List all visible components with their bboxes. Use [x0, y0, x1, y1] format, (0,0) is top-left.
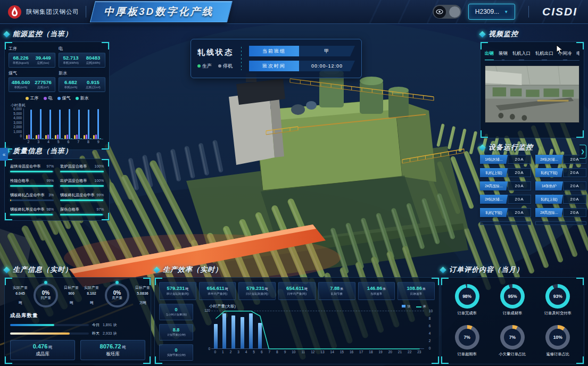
green-dot-icon: [197, 64, 201, 68]
y-axis-ticks: 6,0005,0004,0003,0002,0001,0000: [9, 107, 23, 138]
donut-kpi: 7% 小欠量订单占比: [499, 325, 526, 357]
metric-value: 97%: [46, 164, 54, 168]
chevron-down-icon: ▼: [504, 10, 508, 14]
metric-label: 装炉温度合格率: [60, 164, 87, 169]
donut-value: 7%: [459, 329, 476, 346]
device-name: 轧机(下辊): [535, 168, 563, 177]
camera-tab[interactable]: 轧机入口: [512, 51, 531, 57]
quality-metric: 装炉温度合格率 100%: [60, 164, 104, 172]
device-grid: 1#轧区辅... 20A 2#轧区辅... 20A 轧机(上辊) 20A 轧机(…: [480, 155, 586, 217]
donut-ring: 7%: [500, 325, 525, 350]
camera-tab[interactable]: 电加热: [577, 51, 580, 57]
quality-metric: 钢板终轧厚度命中率 98%: [10, 207, 54, 215]
device-cell[interactable]: 2#轧区辅... 20A: [480, 195, 531, 204]
x-axis-ticks: 01234567891011121314151617181920212223: [211, 350, 424, 354]
device-name: 2#轧区辅...: [535, 155, 563, 164]
progress-fill: [10, 185, 53, 187]
metric-label: 钢板终轧厚度命中率: [10, 207, 45, 212]
device-cell[interactable]: 轧机(下辊) 20A: [480, 208, 531, 217]
donut-value: 95%: [504, 288, 521, 305]
panel-expand-icon[interactable]: ❯: [579, 145, 586, 159]
progress-track: [10, 185, 54, 187]
camera-tab[interactable]: 装钢: [499, 51, 508, 57]
eye-icon: [434, 6, 446, 18]
diamond-icon: [3, 267, 10, 273]
metric-value: 277576: [32, 79, 54, 85]
metric-value: 99%: [46, 179, 54, 182]
chart-plot: 120 0 1086420: [211, 311, 424, 349]
energy-chart-plot: [23, 109, 103, 139]
y-axis-title: 小时单耗: [11, 103, 105, 108]
dropdown-value: H2309...: [475, 8, 499, 15]
device-cell[interactable]: 1#加热炉 20A: [535, 181, 586, 190]
donut-value: 98%: [459, 288, 476, 305]
legend-item: 工序: [26, 95, 39, 101]
donut-label: 订单及时交付率: [544, 311, 572, 316]
donut-ring: 7%: [455, 325, 479, 350]
efficiency-side-stats: 0 当小时计划量(块) 8.8 计划节奏(分钟) 0 实际节奏(分钟): [159, 304, 193, 361]
dashed-divider: [241, 47, 242, 70]
metric-label: 单耗(m³/t): [61, 85, 81, 89]
camera-tabs: 出钢 装钢 轧机入口 轧机出口 中间冷 电加热: [485, 51, 579, 61]
metric-value: 39.449: [32, 55, 54, 61]
energy-group: 电 52.713 单耗(kWh/t) 80483 总耗(kWh): [59, 46, 105, 68]
diamond-icon: [153, 267, 160, 273]
donut-kpi: 98% 订单完成率: [455, 284, 479, 316]
order-kpi-grid: 98% 订单完成率 95% 订单成材率 93% 订单及时交付率: [441, 277, 584, 364]
energy-group-name: 新水: [59, 70, 105, 76]
energy-groups: 工序 68.226 单耗(kgce/t) 39.449 总耗(tce): [9, 46, 105, 92]
progress-fill: [60, 214, 103, 215]
device-name: 2#轧区辅...: [480, 195, 508, 204]
metric-label: 性能合格率: [10, 178, 29, 184]
device-panel-title: 设备运行监控: [480, 143, 586, 152]
chart-legend: 块 米: [402, 304, 426, 309]
device-current: 20A: [508, 195, 531, 204]
bar-legend-icon: [402, 305, 405, 307]
camera-tab[interactable]: 轧机出口: [535, 51, 553, 57]
bar-track: [10, 332, 89, 335]
quality-metric: 探伤合格率 97%: [60, 207, 104, 215]
device-cell[interactable]: 轧机(上辊) 20A: [535, 195, 586, 204]
metric-label: 单耗(kgce/t): [11, 61, 31, 65]
collapse-tab-icon[interactable]: «: [0, 148, 8, 161]
energy-metric: 486.040 单耗(m³/t): [10, 79, 32, 90]
legend-item: 煤气: [57, 95, 71, 101]
device-current: 20A: [563, 208, 586, 217]
camera-tab[interactable]: 出钢: [485, 51, 494, 57]
heat-number-dropdown[interactable]: H2309... ▼: [468, 4, 515, 20]
device-name: 轧机(上辊): [535, 195, 563, 204]
progress-fill: [10, 199, 11, 201]
visibility-toggle[interactable]: [433, 5, 461, 19]
progress-fill: [10, 171, 53, 172]
device-cell[interactable]: 2#高压除... 20A: [535, 208, 586, 217]
metric-value: 6.682: [60, 79, 82, 85]
company-name: 陕钢集团汉钢公司: [26, 8, 79, 16]
clipped-device-row: [480, 221, 586, 225]
donut-ring: 10%: [545, 325, 570, 350]
efficiency-panel-title: 生产效率（实时）: [154, 265, 440, 274]
device-cell[interactable]: 1#轧区辅... 20A: [480, 155, 531, 164]
company-logo-icon: [7, 5, 22, 19]
device-cell[interactable]: 轧机(下辊) 20A: [535, 168, 586, 177]
device-cell[interactable]: 2#高压除... 20A: [480, 181, 531, 190]
camera-feed[interactable]: [485, 65, 579, 123]
side-stat: 0 当小时计划量(块): [159, 304, 193, 320]
metric-label: 钢板终轧温度命中率: [60, 193, 95, 198]
energy-group: 煤气 486.040 单耗(m³/t) 277576 总耗(m³): [9, 70, 55, 92]
inventory-title: 成品库数量: [10, 312, 145, 319]
line-legend-icon: [416, 306, 421, 307]
progress-ring: 0% 月产量: [105, 283, 129, 307]
quality-metric: 钢板终轧温度命中率 99%: [60, 193, 104, 201]
efficiency-card: 579.231吨 日计划轧制量(吨): [238, 282, 276, 300]
efficiency-card: 7.88米 轧制节奏: [318, 282, 355, 300]
energy-metric: 6.682 单耗(m³/t): [60, 79, 82, 90]
camera-tab[interactable]: 中间冷: [558, 51, 572, 57]
progress-track: [10, 199, 54, 201]
device-cell[interactable]: 2#轧区辅... 20A: [535, 155, 586, 164]
efficiency-card: 146.86米 当班速率: [358, 282, 395, 300]
progress-fill: [60, 199, 103, 201]
energy-chart-legend: 工序 电 煤气 新水: [9, 95, 105, 101]
donut-value: 10%: [549, 329, 566, 346]
metric-label: 总耗(m³): [33, 85, 54, 89]
device-cell[interactable]: 轧机(上辊) 20A: [480, 168, 531, 177]
